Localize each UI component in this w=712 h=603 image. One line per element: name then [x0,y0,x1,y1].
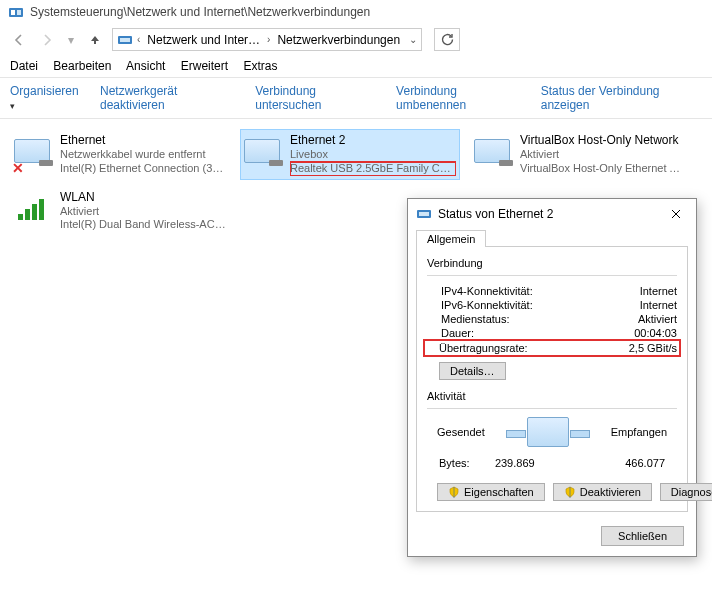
wlan-signal-icon [14,190,52,228]
network-status-icon [416,206,432,222]
chevron-right-icon: › [267,34,270,45]
adapter-item[interactable]: WLAN Aktiviert Intel(R) Dual Band Wirele… [10,186,230,237]
group-connection-label: Verbindung [427,257,677,269]
dialog-body: Verbindung IPv4-Konnektivität:Internet I… [416,246,688,512]
breadcrumb-seg-1[interactable]: Netzwerk und Inter… [144,33,263,47]
dialog-title: Status von Ethernet 2 [438,207,553,221]
properties-button[interactable]: Eigenschaften [437,483,545,501]
svg-rect-4 [120,38,130,42]
toolbar-rename-connection[interactable]: Verbindung umbenennen [396,84,523,112]
group-activity-label: Aktivität [427,390,677,402]
toolbar-organize[interactable]: Organisieren [10,84,82,112]
adapter-name: WLAN [60,190,226,205]
adapter-status: Aktiviert [520,148,686,162]
toolbar-disable-device[interactable]: Netzwerkgerät deaktivieren [100,84,237,112]
bytes-sent-value: 239.869 [495,457,535,469]
window-titlebar: Systemsteuerung\Netzwerk und Internet\Ne… [0,0,712,24]
adapter-status: Netzwerkkabel wurde entfernt [60,148,226,162]
svg-rect-2 [17,10,21,15]
dialog-titlebar[interactable]: Status von Ethernet 2 [408,199,696,229]
sent-label: Gesendet [437,426,485,438]
shield-icon [448,486,460,498]
speed-label: Übertragungsrate: [439,342,528,354]
nav-recent-dropdown[interactable]: ▾ [64,29,78,51]
adapter-icon [244,133,282,171]
menu-view[interactable]: Ansicht [126,59,165,73]
control-panel-icon [8,4,24,20]
toolbar-show-status[interactable]: Status der Verbindung anzeigen [541,84,702,112]
nav-up-button[interactable] [84,29,106,51]
adapter-device: Intel(R) Ethernet Connection (3) I2… [60,162,226,176]
address-dropdown-icon[interactable]: ⌄ [409,34,417,45]
close-button[interactable]: Schließen [601,526,684,546]
dialog-close-button[interactable] [662,204,690,224]
status-dialog: Status von Ethernet 2 Allgemein Verbindu… [407,198,697,557]
adapter-status: Livebox [290,148,456,162]
media-status-label: Medienstatus: [441,313,509,325]
address-bar[interactable]: ‹ Netzwerk und Inter… › Netzwerkverbindu… [112,28,422,51]
tab-general[interactable]: Allgemein [416,230,486,247]
bytes-received-value: 466.077 [625,457,665,469]
speed-value: 2,5 GBit/s [629,342,677,354]
nav-forward-button[interactable] [36,29,58,51]
details-button[interactable]: Details… [439,362,506,380]
svg-rect-6 [419,212,429,216]
adapter-name: Ethernet 2 [290,133,456,148]
media-status-value: Aktiviert [638,313,677,325]
adapter-item[interactable]: ✕ Ethernet Netzwerkkabel wurde entfernt … [10,129,230,180]
ipv6-label: IPv6-Konnektivität: [441,299,533,311]
chevron-right-icon: ‹ [137,34,140,45]
duration-label: Dauer: [441,327,474,339]
diagnose-button[interactable]: Diagnose [660,483,712,501]
menu-file[interactable]: Datei [10,59,38,73]
breadcrumb-seg-2[interactable]: Netzwerkverbindungen [274,33,403,47]
refresh-button[interactable] [434,28,460,51]
toolbar-diagnose-connection[interactable]: Verbindung untersuchen [255,84,378,112]
adapter-icon: ✕ [14,133,52,171]
disconnected-badge-icon: ✕ [12,161,26,175]
disable-button[interactable]: Deaktivieren [553,483,652,501]
shield-icon [564,486,576,498]
toolbar: Organisieren Netzwerkgerät deaktivieren … [0,78,712,119]
bytes-label: Bytes: [439,457,470,469]
dialog-tabstrip: Allgemein [408,229,696,246]
activity-icon [503,417,593,447]
nav-back-button[interactable] [8,29,30,51]
adapter-name: VirtualBox Host-Only Network [520,133,686,148]
received-label: Empfangen [611,426,667,438]
nav-row: ▾ ‹ Netzwerk und Inter… › Netzwerkverbin… [0,24,712,55]
network-connections-icon [117,32,133,48]
ipv4-value: Internet [640,285,677,297]
adapter-name: Ethernet [60,133,226,148]
adapter-status: Aktiviert [60,205,226,219]
adapter-device: VirtualBox Host-Only Ethernet Ad… [520,162,686,176]
ipv6-value: Internet [640,299,677,311]
adapter-icon [474,133,512,171]
menu-bar: Datei Bearbeiten Ansicht Erweitert Extra… [0,55,712,78]
menu-extras[interactable]: Extras [243,59,277,73]
adapter-device: Realtek USB 2.5GbE Family Contr… [290,162,456,176]
duration-value: 00:04:03 [634,327,677,339]
window-title: Systemsteuerung\Netzwerk und Internet\Ne… [30,5,370,19]
svg-rect-1 [11,10,15,15]
menu-edit[interactable]: Bearbeiten [53,59,111,73]
menu-advanced[interactable]: Erweitert [181,59,228,73]
adapter-item[interactable]: Ethernet 2 Livebox Realtek USB 2.5GbE Fa… [240,129,460,180]
ipv4-label: IPv4-Konnektivität: [441,285,533,297]
adapter-device: Intel(R) Dual Band Wireless-AC 72… [60,218,226,232]
adapter-item[interactable]: VirtualBox Host-Only Network Aktiviert V… [470,129,690,180]
